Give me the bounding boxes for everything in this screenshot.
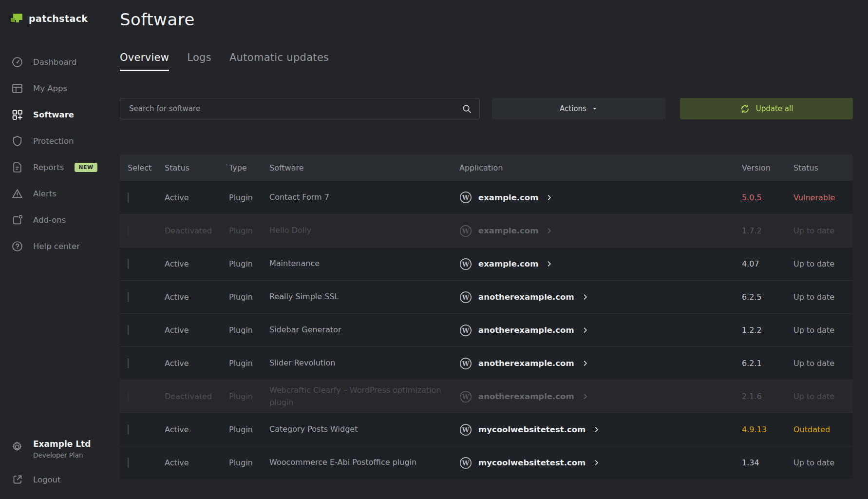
help-icon bbox=[11, 240, 23, 252]
search-input[interactable] bbox=[129, 104, 461, 113]
row-select-checkbox[interactable] bbox=[128, 292, 129, 302]
row-select-checkbox[interactable] bbox=[128, 192, 129, 203]
row-version: 5.0.5 bbox=[742, 193, 793, 202]
update-all-label: Update all bbox=[756, 104, 793, 113]
row-application-link[interactable]: W anotherexample.com bbox=[459, 291, 742, 304]
row-update-status: Up to date bbox=[793, 359, 845, 368]
row-software-name: Contact Form 7 bbox=[269, 190, 459, 206]
row-select-checkbox[interactable] bbox=[128, 391, 129, 402]
row-status: Active bbox=[165, 326, 229, 335]
sidebar-item-label: Protection bbox=[33, 136, 74, 146]
row-update-status: Outdated bbox=[793, 425, 845, 434]
wordpress-icon: W bbox=[459, 390, 472, 403]
toolbar: Actions Update all bbox=[120, 98, 853, 119]
account-settings[interactable]: Example Ltd Developer Plan bbox=[0, 434, 120, 464]
sidebar-item-my-apps[interactable]: My Apps bbox=[0, 75, 120, 101]
row-application-link[interactable]: W anotherexample.com bbox=[459, 324, 742, 337]
search-box[interactable] bbox=[120, 98, 480, 119]
row-application-name: anotherexample.com bbox=[478, 359, 574, 368]
tab-bar: Overview Logs Automatic updates bbox=[120, 52, 853, 71]
row-select-checkbox[interactable] bbox=[128, 325, 129, 335]
dashboard-icon bbox=[11, 56, 23, 68]
shield-icon bbox=[11, 134, 23, 147]
table-row: Deactivated Plugin Webcraftic Clearfy – … bbox=[120, 380, 853, 413]
row-select-checkbox[interactable] bbox=[128, 424, 129, 435]
col-header-software: Software bbox=[269, 163, 459, 173]
update-all-button[interactable]: Update all bbox=[680, 98, 853, 119]
svg-text:W: W bbox=[462, 459, 470, 466]
col-header-application: Application bbox=[459, 163, 742, 173]
row-select-checkbox[interactable] bbox=[128, 259, 129, 269]
chevron-right-icon bbox=[546, 227, 553, 234]
search-icon bbox=[461, 103, 472, 115]
row-status: Active bbox=[165, 425, 229, 434]
tab-logs[interactable]: Logs bbox=[187, 52, 211, 71]
chevron-right-icon bbox=[593, 426, 600, 433]
chevron-right-icon bbox=[546, 260, 553, 268]
svg-text:W: W bbox=[462, 326, 470, 334]
row-version: 6.2.5 bbox=[742, 292, 793, 302]
row-application-link[interactable]: W example.com bbox=[459, 191, 742, 204]
row-application-link[interactable]: W mycoolwebsitetest.com bbox=[459, 457, 742, 469]
actions-label: Actions bbox=[560, 104, 586, 113]
row-application-link[interactable]: W example.com bbox=[459, 258, 742, 270]
tab-overview[interactable]: Overview bbox=[120, 52, 169, 71]
col-header-update-status: Status bbox=[793, 163, 845, 173]
wordpress-icon: W bbox=[459, 258, 472, 270]
row-status: Active bbox=[165, 259, 229, 269]
row-update-status: Up to date bbox=[793, 458, 845, 467]
sidebar: patchstack Dashboard My Apps bbox=[0, 0, 120, 499]
row-status: Deactivated bbox=[165, 392, 229, 401]
sidebar-item-protection[interactable]: Protection bbox=[0, 128, 120, 154]
row-status: Active bbox=[165, 458, 229, 467]
svg-text:W: W bbox=[462, 260, 470, 268]
row-application-link[interactable]: W anotherexample.com bbox=[459, 390, 742, 403]
sidebar-nav: Dashboard My Apps Software bbox=[0, 49, 120, 259]
row-software-name: Slider Revolution bbox=[269, 355, 459, 371]
patchstack-logo-icon bbox=[10, 13, 23, 24]
actions-button[interactable]: Actions bbox=[492, 98, 666, 119]
row-select-checkbox[interactable] bbox=[128, 358, 129, 368]
tab-automatic-updates[interactable]: Automatic updates bbox=[229, 52, 329, 71]
sidebar-item-dashboard[interactable]: Dashboard bbox=[0, 49, 120, 75]
col-header-version: Version bbox=[742, 163, 793, 173]
row-application-link[interactable]: W mycoolwebsitetest.com bbox=[459, 423, 742, 436]
row-select-checkbox[interactable] bbox=[128, 458, 129, 468]
row-status: Active bbox=[165, 193, 229, 202]
sidebar-item-alerts[interactable]: Alerts bbox=[0, 180, 120, 207]
row-select-checkbox[interactable] bbox=[128, 226, 129, 236]
svg-text:W: W bbox=[462, 227, 470, 234]
sidebar-item-reports[interactable]: Reports NEW bbox=[0, 154, 120, 180]
row-type: Plugin bbox=[229, 193, 269, 202]
svg-text:W: W bbox=[462, 393, 470, 400]
chevron-right-icon bbox=[593, 459, 600, 466]
row-status: Active bbox=[165, 292, 229, 302]
wordpress-icon: W bbox=[459, 457, 472, 469]
row-application-name: mycoolwebsitetest.com bbox=[478, 458, 585, 467]
wordpress-icon: W bbox=[459, 357, 472, 370]
row-update-status: Vulnerable bbox=[793, 193, 845, 202]
apps-icon bbox=[11, 82, 23, 95]
row-update-status: Up to date bbox=[793, 259, 845, 269]
row-update-status: Up to date bbox=[793, 392, 845, 401]
logout-button[interactable]: Logout bbox=[0, 464, 120, 485]
svg-text:W: W bbox=[462, 293, 470, 301]
sidebar-item-software[interactable]: Software bbox=[0, 101, 120, 128]
row-version: 1.2.2 bbox=[742, 326, 793, 335]
sidebar-item-add-ons[interactable]: Add-ons bbox=[0, 207, 120, 233]
row-application-link[interactable]: W anotherexample.com bbox=[459, 357, 742, 370]
col-header-status: Status bbox=[165, 163, 229, 173]
row-type: Plugin bbox=[229, 292, 269, 302]
new-badge: NEW bbox=[75, 163, 97, 172]
row-application-link[interactable]: W example.com bbox=[459, 225, 742, 237]
page-title: Software bbox=[120, 10, 853, 29]
sidebar-item-label: Help center bbox=[33, 242, 80, 251]
sidebar-item-help-center[interactable]: Help center bbox=[0, 233, 120, 259]
row-version: 4.9.13 bbox=[742, 425, 793, 434]
col-header-type: Type bbox=[229, 163, 269, 173]
refresh-icon bbox=[740, 104, 750, 114]
wordpress-icon: W bbox=[459, 291, 472, 304]
patchstack-logo[interactable]: patchstack bbox=[0, 13, 120, 24]
row-application-name: anotherexample.com bbox=[478, 326, 574, 335]
chevron-right-icon bbox=[582, 360, 589, 367]
